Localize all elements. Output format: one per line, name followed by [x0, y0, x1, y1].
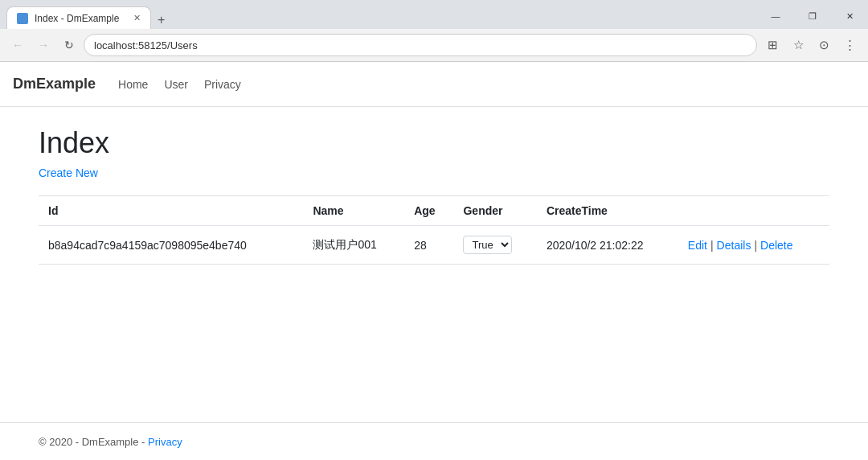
cell-actions: Edit | Details | Delete [678, 226, 829, 265]
details-link[interactable]: Details [717, 239, 751, 252]
cell-age: 28 [404, 226, 453, 265]
brand-logo: DmExample [13, 76, 96, 92]
footer-privacy-link[interactable]: Privacy [148, 436, 182, 448]
browser-tab[interactable]: Index - DmExample ✕ [6, 6, 151, 29]
create-new-link[interactable]: Create New [39, 166, 98, 179]
users-table: Id Name Age Gender CreateTime b8a94cad7c… [39, 195, 829, 265]
table-header-row: Id Name Age Gender CreateTime [39, 196, 829, 226]
page-title: Index [39, 126, 829, 160]
close-button[interactable]: ✕ [831, 3, 868, 29]
tab-favicon [17, 13, 28, 24]
col-header-actions [678, 196, 829, 226]
separator-2: | [754, 239, 757, 252]
refresh-button[interactable]: ↻ [58, 34, 80, 56]
cell-createtime: 2020/10/2 21:02:22 [537, 226, 678, 265]
col-header-name: Name [303, 196, 404, 226]
footer-text: © 2020 - DmExample - [39, 436, 148, 448]
separator-1: | [710, 239, 714, 252]
footer: © 2020 - DmExample - Privacy [0, 422, 868, 460]
cell-gender: True [453, 226, 536, 265]
col-header-id: Id [39, 196, 303, 226]
cell-name: 测试用户001 [303, 226, 404, 265]
translate-icon-button[interactable]: ⊞ [760, 33, 784, 57]
nav-links: Home User Privacy [112, 75, 248, 94]
new-tab-button[interactable]: + [151, 13, 171, 27]
app-navbar: DmExample Home User Privacy [0, 62, 868, 107]
address-bar[interactable] [84, 34, 757, 56]
tab-close-button[interactable]: ✕ [133, 13, 141, 23]
nav-user[interactable]: User [158, 75, 194, 94]
nav-home[interactable]: Home [112, 75, 154, 94]
minimize-button[interactable]: — [757, 3, 794, 29]
col-header-createtime: CreateTime [537, 196, 678, 226]
forward-button[interactable]: → [32, 34, 55, 56]
menu-icon-button[interactable]: ⋮ [837, 33, 862, 57]
tab-title: Index - DmExample [35, 13, 119, 24]
col-header-age: Age [404, 196, 453, 226]
table-row: b8a94cad7c9a4159ac7098095e4be740 测试用户001… [39, 226, 829, 265]
restore-button[interactable]: ❐ [794, 3, 831, 29]
main-content: Index Create New Id Name Age Gender Crea… [0, 107, 868, 284]
profile-icon-button[interactable]: ⊙ [812, 33, 836, 57]
back-button[interactable]: ← [6, 34, 29, 56]
gender-select[interactable]: True [463, 236, 512, 254]
edit-link[interactable]: Edit [688, 239, 707, 252]
col-header-gender: Gender [453, 196, 536, 226]
bookmark-icon-button[interactable]: ☆ [786, 33, 810, 57]
nav-privacy[interactable]: Privacy [198, 75, 248, 94]
cell-id: b8a94cad7c9a4159ac7098095e4be740 [39, 226, 303, 265]
action-links: Edit | Details | Delete [688, 239, 820, 252]
delete-link[interactable]: Delete [760, 239, 792, 252]
